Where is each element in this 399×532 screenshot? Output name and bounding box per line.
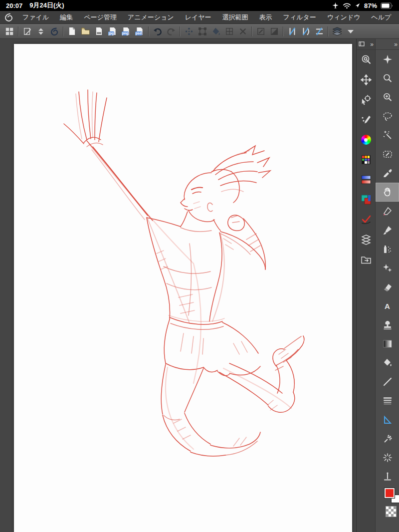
- toolbar-separator: [18, 26, 18, 36]
- canvas-workspace: [0, 39, 356, 532]
- clip-studio-badge-icon[interactable]: [47, 25, 61, 38]
- marker-tool[interactable]: [376, 202, 399, 221]
- menu-filter[interactable]: フィルター: [278, 11, 322, 23]
- perpendicular-tool[interactable]: [376, 467, 399, 486]
- magic-wand-tool[interactable]: [376, 126, 399, 145]
- color-wheel-tool[interactable]: [357, 130, 375, 150]
- menu-page-manage[interactable]: ページ管理: [78, 11, 122, 23]
- tools-expand-icon[interactable]: »: [394, 41, 397, 48]
- move-canvas-tool[interactable]: [357, 70, 375, 90]
- bucket-tool[interactable]: [376, 353, 399, 372]
- grid-snap-icon[interactable]: [312, 25, 326, 38]
- battery-icon: [381, 2, 393, 9]
- color-slider-tool[interactable]: [357, 170, 375, 190]
- color-swatch-area: [376, 486, 399, 521]
- page-tool-icon[interactable]: [20, 25, 34, 38]
- color-history-tool[interactable]: [357, 190, 375, 210]
- zoom-fit-tool[interactable]: [376, 88, 399, 107]
- tool-column: »: [376, 39, 399, 532]
- hatching-tool[interactable]: [376, 391, 399, 410]
- save-file-icon[interactable]: [92, 25, 106, 38]
- transparent-color-swatch[interactable]: [386, 506, 397, 517]
- dock-tab-icon[interactable]: [359, 41, 365, 47]
- redo-icon[interactable]: [164, 25, 178, 38]
- menu-layer[interactable]: レイヤー: [180, 11, 217, 23]
- toolbar-separator: [148, 26, 149, 36]
- command-toolbar: jpg png psd: [0, 24, 399, 39]
- workspace-grid-icon[interactable]: [2, 25, 16, 38]
- airbrush-tool[interactable]: [376, 240, 399, 259]
- gradient-box-icon[interactable]: [267, 25, 281, 38]
- export-psd-icon[interactable]: psd: [133, 25, 146, 38]
- export-png-icon[interactable]: png: [119, 25, 133, 38]
- gradient-tool[interactable]: [376, 334, 399, 353]
- brush-tool[interactable]: [376, 221, 399, 240]
- selection-pen-tool[interactable]: [376, 145, 399, 164]
- wifi-icon: [343, 2, 351, 9]
- loupe-tool[interactable]: [357, 50, 375, 70]
- menu-edit[interactable]: 編集: [54, 11, 78, 23]
- dock-expand-icon[interactable]: »: [370, 41, 373, 48]
- operation-tool[interactable]: [357, 90, 375, 110]
- toolbar-separator: [63, 26, 63, 36]
- layers-stack-icon[interactable]: [330, 25, 344, 38]
- dock-column: »: [357, 39, 376, 532]
- fill-bucket-icon[interactable]: [209, 25, 222, 38]
- zoom-tool[interactable]: [376, 69, 399, 88]
- new-canvas-icon[interactable]: [65, 25, 79, 38]
- menu-file[interactable]: ファイル: [17, 11, 54, 23]
- drawing-canvas[interactable]: [14, 44, 352, 532]
- png-badge: png: [122, 31, 129, 35]
- line-tool[interactable]: [376, 372, 399, 391]
- menu-selection[interactable]: 選択範囲: [217, 11, 254, 23]
- psd-badge: psd: [135, 31, 142, 35]
- spray-tool[interactable]: [376, 429, 399, 448]
- approx-color-tool[interactable]: [357, 210, 375, 230]
- pen-touch-tool[interactable]: [357, 110, 375, 130]
- battery-percent: 87%: [364, 2, 377, 9]
- tool-panel: »: [356, 39, 399, 532]
- menu-help[interactable]: ヘルプ: [366, 11, 397, 23]
- eraser-tool[interactable]: [376, 277, 399, 296]
- clock: 20:07: [6, 2, 22, 9]
- color-set-tool[interactable]: [357, 150, 375, 170]
- mesh-transform-icon[interactable]: [222, 25, 236, 38]
- clip-studio-logo[interactable]: [0, 12, 17, 22]
- sunburst-tool[interactable]: [376, 448, 399, 467]
- text-tool-glyph: A: [385, 302, 390, 310]
- decoration-tool[interactable]: [376, 259, 399, 277]
- ruler-snap-icon[interactable]: [285, 25, 299, 38]
- text-tool[interactable]: A: [376, 296, 399, 315]
- folder-nav-tool[interactable]: [357, 250, 375, 269]
- main-area: »: [0, 39, 399, 532]
- pencil-box-icon[interactable]: [254, 25, 267, 38]
- volleyball-sketch: [14, 44, 352, 532]
- transform-handles-icon[interactable]: [196, 25, 209, 38]
- date: 9月24日(火): [29, 1, 64, 10]
- ruler-tool[interactable]: [376, 410, 399, 429]
- open-file-icon[interactable]: [79, 25, 92, 38]
- export-jpg-icon[interactable]: jpg: [106, 25, 119, 38]
- menu-animation[interactable]: アニメーション: [122, 11, 180, 23]
- sort-arrows-icon[interactable]: [34, 25, 47, 38]
- jpg-badge: jpg: [108, 31, 115, 35]
- stamp-tool[interactable]: [376, 315, 399, 334]
- clear-mark-icon[interactable]: [236, 25, 249, 38]
- eyedropper-tool[interactable]: [376, 164, 399, 183]
- status-bar: 20:07 9月24日(火) 87%: [0, 0, 399, 11]
- menu-window[interactable]: ウィンドウ: [322, 11, 366, 23]
- undo-icon[interactable]: [151, 25, 164, 38]
- toolbar-separator: [180, 26, 180, 36]
- toolbar-separator: [251, 26, 252, 36]
- tool-dropdown-icon[interactable]: [344, 25, 357, 38]
- special-ruler-snap-icon[interactable]: [299, 25, 312, 38]
- snap-dots-icon[interactable]: [182, 25, 196, 38]
- lasso-tool[interactable]: [376, 107, 399, 126]
- foreground-color-swatch[interactable]: [385, 488, 395, 498]
- color-set-icon: [362, 155, 371, 164]
- sparkle-tool[interactable]: [376, 50, 399, 69]
- menu-view[interactable]: 表示: [254, 11, 278, 23]
- location-arrow-icon: [355, 2, 361, 8]
- layer-list-tool[interactable]: [357, 230, 375, 250]
- hand-tool[interactable]: [376, 183, 399, 202]
